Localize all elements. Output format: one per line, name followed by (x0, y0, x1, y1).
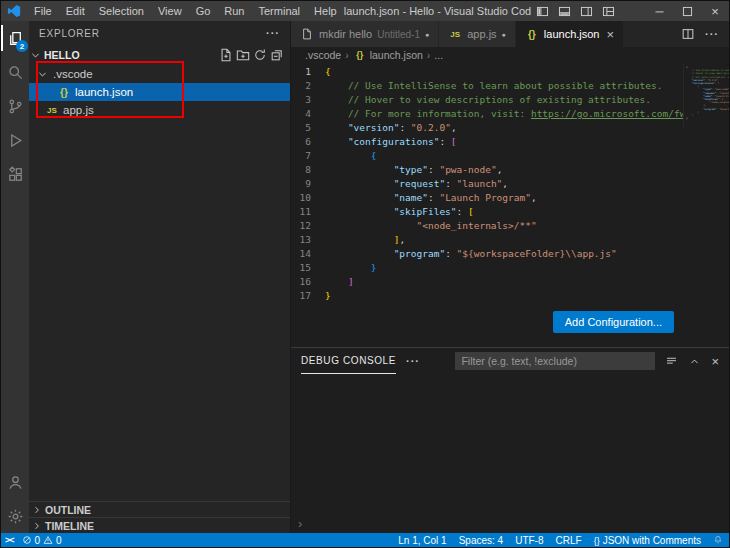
status-label: CRLF (556, 535, 582, 546)
status-cursor-position[interactable]: Ln 1, Col 1 (398, 535, 446, 546)
explorer-more-actions-icon[interactable]: ··· (266, 27, 280, 39)
section-label: HELLO (44, 49, 80, 61)
search-icon[interactable] (1, 55, 29, 89)
file-tree: .vscode{}launch.jsonJSapp.js (29, 65, 290, 119)
close-panel-icon[interactable]: × (711, 355, 719, 368)
collapse-all-icon[interactable] (270, 48, 284, 62)
layout-secondary-button[interactable] (575, 1, 597, 21)
line-number: 6 (291, 135, 325, 149)
menu-view[interactable]: View (151, 1, 189, 21)
source-control-icon[interactable] (1, 89, 29, 123)
sidebar-title: EXPLORER (39, 28, 100, 39)
tree-item-label: .vscode (53, 68, 93, 80)
tree-item-vscode[interactable]: .vscode (29, 65, 290, 83)
debug-console-output[interactable]: › (291, 374, 729, 533)
tab-launch-json[interactable]: {}launch.json× (516, 21, 624, 47)
repl-chevron-icon: › (298, 517, 302, 530)
breadcrumb-label: launch.json (370, 49, 423, 61)
code-line: 2 // Use IntelliSense to learn about pos… (291, 79, 729, 93)
line-number: 12 (291, 219, 325, 233)
section-hello[interactable]: HELLO (29, 45, 290, 65)
breadcrumb-item-[interactable]: ... (434, 49, 443, 61)
layout-panel-button[interactable] (553, 1, 575, 21)
new-file-icon[interactable] (219, 48, 233, 62)
tree-item-launch-json[interactable]: {}launch.json (29, 83, 290, 101)
code-text: "program": "${workspaceFolder}\\app.js" (325, 247, 617, 261)
manage-icon[interactable] (1, 499, 29, 533)
titlebar: FileEditSelectionViewGoRunTerminalHelp l… (1, 1, 729, 21)
menu-help[interactable]: Help (307, 1, 344, 21)
code-lines: 1{2 // Use IntelliSense to learn about p… (291, 65, 729, 303)
tab-app-js[interactable]: JSapp.js● (439, 21, 516, 47)
split-editor-icon[interactable] (681, 27, 695, 41)
code-text: // Hover to view descriptions of existin… (325, 93, 651, 107)
code-text: // For more information, visit: https://… (325, 107, 685, 121)
line-number: 9 (291, 177, 325, 191)
warning-icon (43, 535, 53, 545)
section-outline[interactable]: OUTLINE (29, 501, 290, 517)
maximize-panel-icon[interactable] (688, 355, 701, 368)
statusbar-right: Ln 1, Col 1Spaces: 4UTF-8CRLF{}JSON with… (398, 535, 723, 546)
minimap[interactable]: { // Use IntelliSense to learn about pos… (683, 63, 729, 127)
breadcrumb-label: ... (434, 49, 443, 61)
output-view-icon[interactable] (665, 355, 678, 368)
code-line: 1{ (291, 65, 729, 79)
file-icon (300, 28, 314, 40)
menu-run[interactable]: Run (217, 1, 251, 21)
tree-item-app-js[interactable]: JSapp.js (29, 101, 290, 119)
remote-indicator-icon[interactable]: >< (5, 535, 14, 545)
status-encoding[interactable]: UTF-8 (515, 535, 543, 546)
code-text: "configurations": [ (325, 135, 457, 149)
sidebar-bottom-sections: OUTLINE TIMELINE (29, 501, 290, 533)
notifications-bell-icon[interactable] (713, 535, 723, 545)
extensions-icon[interactable] (1, 157, 29, 191)
menu-edit[interactable]: Edit (59, 1, 92, 21)
customize-layout-button[interactable] (597, 1, 619, 21)
status-indentation[interactable]: Spaces: 4 (459, 535, 503, 546)
chevron-right-icon (31, 504, 43, 516)
panel-more-actions-icon[interactable]: ··· (406, 355, 420, 367)
editor[interactable]: 1{2 // Use IntelliSense to learn about p… (291, 63, 729, 347)
tabs: mkdir helloUntitled-1●JSapp.js●{}launch.… (291, 21, 624, 47)
add-configuration-button[interactable]: Add Configuration... (553, 311, 674, 333)
close-button[interactable]: × (701, 1, 729, 21)
menu-terminal[interactable]: Terminal (252, 1, 308, 21)
breadcrumb[interactable]: .vscode›{}launch.json›... (291, 47, 729, 63)
section-timeline[interactable]: TIMELINE (29, 517, 290, 533)
minimize-button[interactable] (645, 1, 673, 21)
run-and-debug-icon[interactable] (1, 123, 29, 157)
code-text: ], (325, 233, 405, 247)
code-text: } (325, 289, 331, 303)
json-icon: {} (353, 50, 367, 60)
menu-file[interactable]: File (27, 1, 59, 21)
layout-sidebar-button[interactable] (531, 1, 553, 21)
code-line: 9 "request": "launch", (291, 177, 729, 191)
code-line: 17} (291, 289, 729, 303)
new-folder-icon[interactable] (236, 48, 250, 62)
code-text: { (325, 65, 331, 79)
status-language-mode[interactable]: {}JSON with Comments (594, 535, 701, 546)
tab-debug-console[interactable]: DEBUG CONSOLE (301, 348, 396, 374)
window-controls: × (531, 1, 729, 21)
line-number: 1 (291, 65, 325, 79)
debug-filter-input[interactable] (455, 352, 655, 370)
statusbar-left: >< 0 0 (5, 535, 62, 546)
close-tab-icon[interactable]: × (606, 27, 614, 42)
more-icon[interactable]: ··· (705, 28, 719, 40)
explorer-icon[interactable]: 2 (1, 21, 29, 55)
tab-mkdir-hello[interactable]: mkdir helloUntitled-1● (291, 21, 439, 47)
status-label: JSON with Comments (603, 535, 701, 546)
problems-status[interactable]: 0 0 (22, 535, 62, 546)
breadcrumb-item-vscode[interactable]: .vscode (305, 49, 341, 61)
status-eol[interactable]: CRLF (556, 535, 582, 546)
menu-selection[interactable]: Selection (92, 1, 151, 21)
status-bar: >< 0 0 Ln 1, Col 1Spaces: 4UTF-8CRLF{}JS… (1, 533, 729, 547)
menu-go[interactable]: Go (189, 1, 218, 21)
refresh-icon[interactable] (253, 48, 267, 62)
accounts-icon[interactable] (1, 465, 29, 499)
breadcrumb-item-launch-json[interactable]: {}launch.json (353, 49, 423, 61)
code-line: 11 "skipFiles": [ (291, 205, 729, 219)
error-count: 0 (35, 535, 41, 546)
code-text: "skipFiles": [ (325, 205, 474, 219)
maximize-button[interactable] (673, 1, 701, 21)
